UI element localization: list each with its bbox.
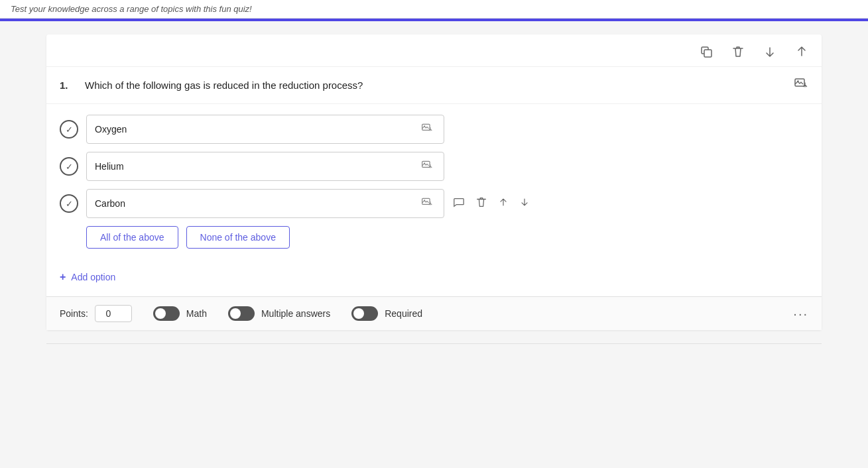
checkmark-1: ✓ [66,125,73,135]
option-text-1: Oxygen [95,124,127,135]
option-text-3: Carbon [95,198,125,209]
points-label: Points: [60,308,88,319]
multiple-answers-toggle-slider [228,306,255,321]
option-text-2: Helium [95,161,124,172]
move-up-icon-3[interactable] [496,195,511,212]
option-input-1[interactable]: Oxygen [86,115,444,144]
svg-point-6 [424,162,425,164]
separator-line [46,343,822,344]
option-row-1: ✓ Oxygen [60,115,808,144]
delete-icon[interactable] [729,42,747,61]
option-image-icon-1[interactable] [418,121,436,138]
question-text: Which of the following gas is reduced in… [85,80,794,91]
svg-rect-0 [704,50,712,57]
options-area: ✓ Oxygen ✓ Helium [46,104,822,266]
question-row: 1. Which of the following gas is reduced… [46,67,822,104]
option-image-icon-3[interactable] [418,195,436,212]
option-input-3[interactable]: Carbon [86,189,444,218]
more-options-button[interactable]: ··· [793,306,808,322]
card-toolbar [46,34,822,67]
add-option-label[interactable]: Add option [71,272,115,282]
required-toggle-slider [351,306,378,321]
card-footer: Points: Math Multiple answers Required [46,296,822,330]
svg-point-2 [797,80,798,82]
comment-icon-3[interactable] [451,194,467,213]
checkmark-3: ✓ [66,199,73,209]
required-label: Required [385,308,422,319]
option-check-2[interactable]: ✓ [60,157,78,176]
required-toggle[interactable] [351,306,378,321]
multiple-answers-label: Multiple answers [261,308,330,319]
delete-icon-3[interactable] [473,194,489,213]
header-description: Test your knowledge across a range of to… [11,4,252,14]
move-down-icon-3[interactable] [517,195,532,212]
question-image-icon[interactable] [794,76,808,94]
question-card: 1. Which of the following gas is reduced… [46,34,822,330]
none-of-above-button[interactable]: None of the above [186,226,290,249]
option-actions-3 [451,194,532,213]
option-image-icon-2[interactable] [418,158,436,175]
option-row-3: ✓ Carbon [60,189,808,218]
math-toggle-slider [153,306,180,321]
question-number: 1. [60,80,76,91]
add-option-row[interactable]: + Add option [46,266,822,296]
plus-icon: + [60,271,66,283]
move-down-icon[interactable] [761,42,779,61]
top-bar: Test your knowledge across a range of to… [0,0,868,19]
option-check-1[interactable]: ✓ [60,120,78,139]
option-input-2[interactable]: Helium [86,152,444,181]
option-row-2: ✓ Helium [60,152,808,181]
checkmark-2: ✓ [66,162,73,172]
svg-point-4 [424,125,425,127]
move-up-icon[interactable] [792,42,811,61]
option-check-3[interactable]: ✓ [60,194,78,213]
multiple-answers-toggle-group: Multiple answers [228,306,330,321]
more-dots-icon: ··· [793,306,808,321]
math-label: Math [186,308,207,319]
copy-icon[interactable] [697,42,715,61]
required-toggle-group: Required [351,306,422,321]
all-of-above-button[interactable]: All of the above [86,226,178,249]
math-toggle-group: Math [153,306,207,321]
points-group: Points: [60,305,132,322]
multiple-answers-toggle[interactable] [228,306,255,321]
special-buttons: All of the above None of the above [86,226,808,249]
svg-point-8 [424,200,425,201]
math-toggle[interactable] [153,306,180,321]
points-input[interactable] [95,305,132,322]
